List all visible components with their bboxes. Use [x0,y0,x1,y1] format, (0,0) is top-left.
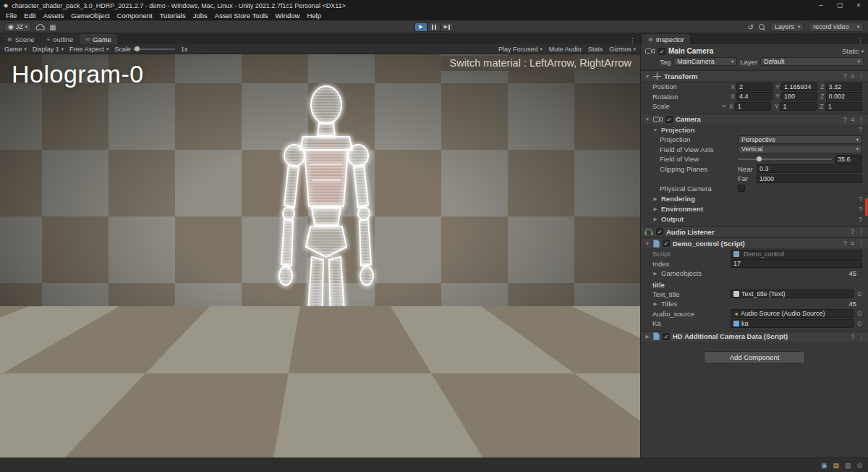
play-focused-dropdown[interactable]: Play Focused ▾ [498,46,542,53]
kebab-icon[interactable]: ⋮ [858,333,864,340]
demo-control-header[interactable]: ▼ ✓ Demo_control (Script) ? ≡ ⋮ [641,237,868,249]
mute-audio-toggle[interactable]: Mute Audio [549,46,582,53]
account-dropdown[interactable]: ◉ JZ ▾ [4,22,31,32]
grid-icon[interactable]: ▦ [49,23,56,31]
help-icon[interactable]: ? [851,228,854,235]
camera-enabled-checkbox[interactable]: ✓ [665,116,673,123]
kebab-icon[interactable]: ⋮ [858,228,864,235]
gizmos-dropdown[interactable]: Gizmos ▾ [609,46,636,53]
menu-asset-store-tools[interactable]: Asset Store Tools [211,12,272,20]
add-component-button[interactable]: Add Component [704,351,805,363]
audio-source-object-field[interactable]: ◄ Audio Source (Audio Source) [731,309,854,318]
hd-camera-data-header[interactable]: ▶ ✓ HD Additional Camera Data (Script) ?… [641,331,868,342]
prev-material-arrow[interactable]: ‹ [616,434,621,452]
position-x-field[interactable]: 2 [736,83,773,91]
foldout-open-icon[interactable]: ▼ [644,117,650,122]
kebab-icon[interactable]: ⋮ [858,240,864,247]
scale-x-field[interactable]: 1 [735,102,772,111]
menu-edit[interactable]: Edit [20,12,39,20]
scale-slider-track[interactable] [133,49,175,50]
help-icon[interactable]: ? [843,116,847,123]
next-material-arrow[interactable]: › [626,434,631,452]
foldout-closed-icon[interactable]: ▶ [644,334,650,340]
transform-header[interactable]: ▼ Transform ? ≡ ⋮ [641,70,868,82]
link-scale-icon[interactable]: ∞ [722,103,726,109]
play-button[interactable]: ▶ [414,22,427,32]
display-dropdown[interactable]: Display 1 ▾ [33,46,64,53]
help-icon[interactable]: ? [859,216,862,223]
audio-listener-header[interactable]: ✓ Audio Listener ? ⋮ [641,226,868,237]
scale-slider[interactable]: Scale [114,46,175,53]
index-field[interactable]: 17 [731,259,862,268]
near-field[interactable]: 0.3 [757,164,862,173]
help-icon[interactable]: ? [843,240,847,247]
menu-help[interactable]: Help [303,12,325,20]
aspect-dropdown[interactable]: Free Aspect ▾ [69,46,109,53]
kebab-icon[interactable]: ⋮ [858,116,864,123]
pause-button[interactable] [427,22,441,32]
menu-file[interactable]: File [2,12,20,20]
object-picker-icon[interactable]: ⊙ [856,310,862,317]
package-status-icon[interactable]: ▣ [821,462,827,469]
progress-status-icon[interactable]: ⊘ [856,462,862,469]
layout-dropdown[interactable]: record video ▾ [809,22,864,32]
stats-toggle[interactable]: Stats [588,46,603,53]
hd-camera-data-checkbox[interactable]: ✓ [663,333,670,340]
tab-game[interactable]: ∞ Game [80,34,117,44]
rendering-foldout[interactable]: ▶ Rendering ? [641,193,868,203]
ka-object-field[interactable]: ka [731,319,854,328]
audio-listener-checkbox[interactable]: ✓ [656,228,663,235]
rotation-z-field[interactable]: 0.002 [826,92,863,101]
output-foldout[interactable]: ▶ Output ? [641,214,868,224]
tab-inspector[interactable]: ⊞ Inspector [642,34,690,44]
fov-slider[interactable] [738,159,832,160]
preset-icon[interactable]: ≡ [851,116,854,123]
help-icon[interactable]: ? [859,206,862,213]
demo-control-checkbox[interactable]: ✓ [663,240,670,247]
menu-gameobject[interactable]: GameObject [67,12,113,20]
tab-outline[interactable]: ≡ outline [41,34,80,44]
search-icon[interactable] [759,24,765,30]
physical-camera-checkbox[interactable] [738,185,745,192]
cloud-icon[interactable] [35,24,45,30]
projection-foldout[interactable]: ▼ Projection ? [641,125,868,135]
environment-foldout[interactable]: ▶ Environment ? [641,203,868,214]
foldout-open-icon[interactable]: ▼ [644,241,650,246]
scale-slider-thumb[interactable] [135,46,140,51]
help-icon[interactable]: ? [843,72,847,80]
step-button[interactable]: ▶ [441,22,454,32]
rotation-x-field[interactable]: 4.4 [736,92,773,101]
menu-assets[interactable]: Assets [40,12,68,20]
preset-icon[interactable]: ≡ [851,240,854,247]
position-z-field[interactable]: 3.32 [826,83,863,91]
camera-header[interactable]: ▼ ✓ Camera ? ≡ ⋮ [641,114,868,125]
maximize-button[interactable]: ▢ [830,0,849,11]
gameobject-active-checkbox[interactable]: ✓ [658,48,665,55]
text-title-object-field[interactable]: Text_title (Text) [731,290,854,298]
panel-menu-icon[interactable]: ⋮ [625,37,640,44]
help-icon[interactable]: ? [859,195,862,203]
scale-y-field[interactable]: 1 [780,102,817,111]
tab-scene[interactable]: ⊞ Scene [1,34,41,44]
menu-jobs[interactable]: Jobs [190,12,211,20]
undo-history-icon[interactable]: ↺ [748,23,754,31]
tag-dropdown[interactable]: MainCamera ▾ [673,57,737,66]
help-icon[interactable]: ? [859,126,862,133]
fov-axis-dropdown[interactable]: Vertical ▾ [738,145,862,153]
console-status-icon[interactable]: ▤ [833,462,839,469]
layer-dropdown[interactable]: Default ▾ [760,57,864,66]
inspector-menu-icon[interactable]: ⋮ [853,37,868,44]
foldout-open-icon[interactable]: ▼ [644,74,650,79]
menu-tutorials[interactable]: Tutorials [156,12,190,20]
object-picker-icon[interactable]: ⊙ [856,290,862,298]
script-object-field[interactable]: Demo_control [731,250,862,258]
services-status-icon[interactable]: ▥ [845,462,851,469]
preset-icon[interactable]: ≡ [851,72,854,80]
rotation-y-field[interactable]: 180 [781,92,817,101]
menu-window[interactable]: Window [272,12,304,20]
game-menu-dropdown[interactable]: Game ▾ [4,46,27,53]
help-icon[interactable]: ? [851,333,854,340]
projection-dropdown[interactable]: Perspective ▾ [738,135,862,144]
fov-value-field[interactable]: 35.6 [835,155,862,164]
menu-component[interactable]: Component [114,12,156,20]
